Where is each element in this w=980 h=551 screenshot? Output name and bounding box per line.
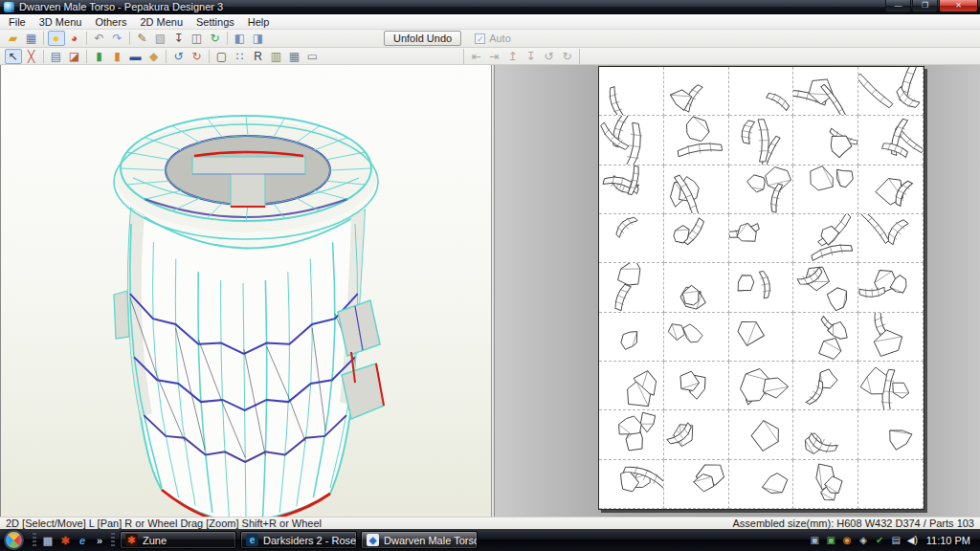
- pattern-cell[interactable]: [793, 263, 858, 312]
- taskbar-clock[interactable]: 11:10 PM: [926, 535, 970, 546]
- pattern-cell[interactable]: [599, 67, 664, 116]
- pattern-cell[interactable]: [729, 460, 794, 509]
- start-button[interactable]: [4, 530, 24, 550]
- pattern-cell[interactable]: [858, 116, 924, 165]
- pattern-cell[interactable]: [793, 410, 858, 459]
- align-top-icon[interactable]: ↥: [504, 49, 522, 64]
- edge-cut-icon[interactable]: ╳: [23, 49, 40, 64]
- orbit-icon[interactable]: ↻: [207, 31, 224, 46]
- flip-piece-icon[interactable]: ◪: [66, 49, 83, 64]
- viewport-3d[interactable]: [0, 65, 491, 517]
- snap-grid-icon[interactable]: ∷: [232, 49, 249, 64]
- scale-r1-icon[interactable]: R: [250, 49, 267, 64]
- pattern-cell[interactable]: [793, 165, 858, 214]
- pattern-cell[interactable]: [858, 362, 924, 410]
- texture-image-icon[interactable]: ▤: [48, 49, 65, 64]
- pattern-cell[interactable]: [664, 67, 729, 116]
- save-icon[interactable]: ▦: [23, 31, 40, 46]
- pattern-cell[interactable]: [793, 214, 858, 263]
- task-button-dwarven-male-torso[interactable]: ◆Dwarven Male Torso ...: [361, 531, 478, 549]
- open-folder-icon[interactable]: ▰: [5, 31, 22, 46]
- pattern-cell[interactable]: [599, 165, 664, 214]
- sheet-grid-icon[interactable]: ▦: [286, 49, 303, 64]
- rotate-piece-ccw-icon[interactable]: ↺: [170, 49, 188, 64]
- layout-left-icon[interactable]: ◧: [232, 31, 249, 46]
- tray-signal-icon[interactable]: ◈: [857, 534, 870, 547]
- pattern-cell[interactable]: [729, 116, 794, 165]
- auto-checkbox[interactable]: ✓: [475, 33, 485, 44]
- ruler-icon[interactable]: ▭: [304, 49, 322, 64]
- menu-3d-menu[interactable]: 3D Menu: [33, 15, 89, 29]
- pattern-cell[interactable]: [858, 214, 924, 263]
- pattern-cell[interactable]: [599, 410, 664, 459]
- pattern-cell[interactable]: [664, 313, 729, 362]
- menu-settings[interactable]: Settings: [189, 15, 241, 29]
- rotate-piece-cw-icon[interactable]: ↻: [189, 49, 206, 64]
- rotate-right-icon[interactable]: ↻: [559, 49, 576, 64]
- layout-right-icon[interactable]: ◨: [250, 31, 267, 46]
- tray-network-icon[interactable]: ▤: [889, 534, 902, 547]
- pattern-cell[interactable]: [664, 165, 729, 214]
- edit-pencil-icon[interactable]: ✎: [134, 31, 151, 46]
- select-rect-icon[interactable]: ▢: [213, 49, 231, 64]
- align-bottom-icon[interactable]: ↧: [523, 49, 540, 64]
- ql-window-icon[interactable]: ▦: [41, 534, 55, 547]
- ql-zune-icon[interactable]: ✱: [58, 534, 72, 547]
- close-button[interactable]: ✕: [939, 0, 978, 12]
- part-orange-icon[interactable]: ▮: [109, 49, 126, 64]
- anchor-icon[interactable]: ↧: [170, 31, 188, 46]
- pattern-cell[interactable]: [664, 362, 729, 410]
- pattern-cell[interactable]: [793, 116, 858, 165]
- glue-tab-icon[interactable]: ◆: [145, 49, 163, 64]
- pattern-cell[interactable]: [793, 67, 858, 116]
- pattern-cell[interactable]: [793, 460, 858, 509]
- menu-help[interactable]: Help: [241, 15, 277, 29]
- pattern-cell[interactable]: [664, 263, 729, 312]
- align-left-icon[interactable]: ⇤: [468, 49, 485, 64]
- pattern-cell[interactable]: [599, 313, 664, 362]
- part-green-icon[interactable]: ▮: [91, 49, 108, 64]
- tray-volume-icon[interactable]: ◀): [905, 534, 919, 547]
- pattern-cell[interactable]: [599, 116, 664, 165]
- pattern-cell[interactable]: [793, 313, 858, 362]
- ql-ie-icon[interactable]: e: [76, 534, 89, 547]
- pattern-cell[interactable]: [729, 410, 794, 459]
- pattern-cell[interactable]: [599, 460, 664, 509]
- ql-chevron-icon[interactable]: »: [93, 534, 106, 547]
- menu-2d-menu[interactable]: 2D Menu: [133, 15, 189, 29]
- pattern-page[interactable]: [598, 66, 924, 510]
- pattern-cell[interactable]: [858, 165, 924, 214]
- viewport-2d[interactable]: [495, 65, 980, 517]
- tray-display-green-icon[interactable]: ▣: [824, 534, 837, 547]
- task-button-darksiders-2-rose-s[interactable]: eDarksiders 2 - Rose S...: [240, 531, 357, 549]
- tray-display-icon[interactable]: ▣: [808, 534, 821, 547]
- task-button-zune[interactable]: ✱Zune: [120, 531, 236, 549]
- window-box-icon[interactable]: ◫: [189, 31, 206, 46]
- pattern-cell[interactable]: [729, 362, 794, 410]
- menu-others[interactable]: Others: [88, 15, 133, 29]
- pattern-cell[interactable]: [729, 263, 794, 312]
- restore-button[interactable]: ❐: [912, 0, 938, 12]
- pattern-cell[interactable]: [599, 263, 664, 312]
- taskband-grip[interactable]: [111, 533, 115, 548]
- pattern-cell[interactable]: [858, 410, 924, 459]
- pattern-cell[interactable]: [793, 362, 858, 410]
- pattern-cell[interactable]: [858, 460, 924, 509]
- pattern-cell[interactable]: [729, 313, 794, 362]
- minimize-button[interactable]: —: [885, 0, 911, 12]
- pattern-cell[interactable]: [729, 67, 794, 116]
- pattern-cell[interactable]: [858, 263, 924, 312]
- pattern-cell[interactable]: [664, 116, 729, 165]
- pattern-cell[interactable]: [664, 460, 729, 509]
- align-right-icon[interactable]: ⇥: [486, 49, 503, 64]
- flap-dark-icon[interactable]: ▬: [127, 49, 145, 64]
- menu-file[interactable]: File: [2, 15, 33, 29]
- pattern-cell[interactable]: [664, 214, 729, 263]
- tray-sync-icon[interactable]: ✔: [873, 534, 886, 547]
- texture-box-icon[interactable]: ▧: [152, 31, 169, 46]
- redo-icon[interactable]: ↷: [109, 31, 126, 46]
- pattern-cell[interactable]: [599, 214, 664, 263]
- rotate-left-icon[interactable]: ↺: [541, 49, 558, 64]
- tray-shield-icon[interactable]: ◉: [840, 534, 854, 547]
- material-sphere-icon[interactable]: ◕: [66, 31, 83, 46]
